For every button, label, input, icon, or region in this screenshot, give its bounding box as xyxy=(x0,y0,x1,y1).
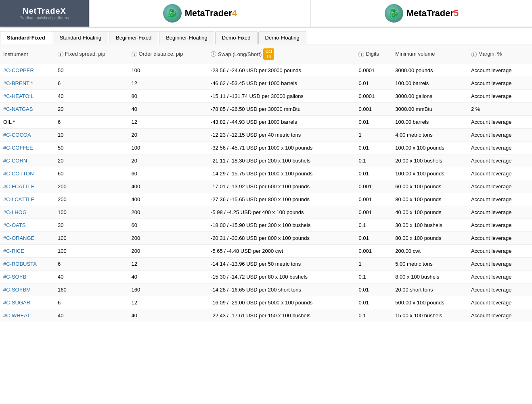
cell-spread: 200 xyxy=(54,193,128,206)
cell-minvol: 20.00 short tons xyxy=(392,283,468,296)
cell-order: 60 xyxy=(128,167,207,180)
table-row: #C-ROBUSTA612-14.14 / -13.96 USD per 50 … xyxy=(0,258,532,271)
table-row: #C-BRENT *612-46.62 / -53.45 USD per 100… xyxy=(0,77,532,90)
cell-minvol: 100.00 barrels xyxy=(392,116,468,129)
instrument-link[interactable]: #C-SOYB xyxy=(3,274,26,280)
cell-spread: 200 xyxy=(54,180,128,193)
instrument-link[interactable]: #C-COFFEE xyxy=(3,145,33,151)
instruments-table: InstrumentℹFixed spread, pipℹOrder dista… xyxy=(0,44,532,322)
table-row: #C-LCATTLE200400-27.36 / -15.65 USD per … xyxy=(0,193,532,206)
instrument-link[interactable]: #C-LCATTLE xyxy=(3,196,34,202)
instrument-link[interactable]: #C-WHEAT xyxy=(3,312,30,319)
cell-digits: 1 xyxy=(355,258,392,271)
cell-digits: 0.1 xyxy=(355,309,392,322)
logo-section: NetTradeX Trading analytical platforms xyxy=(0,0,89,27)
table-row: #C-COPPER50100-23.56 / -24.60 USD per 30… xyxy=(0,64,532,77)
cell-margin: Account leverage xyxy=(468,129,532,142)
col-header-instrument: Instrument xyxy=(0,44,54,64)
instrument-link[interactable]: #C-HEATOIL xyxy=(3,93,34,99)
cell-minvol: 80.00 x 100 pounds xyxy=(392,193,468,206)
cell-instrument: #C-SUGAR xyxy=(0,296,54,309)
cell-swap: -18.00 / -15.90 USD per 300 x 100 bushel… xyxy=(207,219,355,232)
cell-minvol: 3000.00 mmBtu xyxy=(392,103,468,116)
cell-instrument: #C-SOYB xyxy=(0,271,54,283)
cell-spread: 6 xyxy=(54,258,128,271)
instrument-link[interactable]: #C-NATGAS xyxy=(3,106,33,112)
cell-instrument: #C-CORN xyxy=(0,154,54,167)
instrument-link[interactable]: #C-BRENT * xyxy=(3,80,33,86)
cell-order: 20 xyxy=(128,129,207,142)
instrument-link[interactable]: #C-SUGAR xyxy=(3,300,30,306)
instrument-link[interactable]: #C-FCATTLE xyxy=(3,183,35,190)
cell-swap: -14.28 / -16.65 USD per 200 short tons xyxy=(207,283,355,296)
info-icon-swap[interactable]: ℹ xyxy=(211,51,216,57)
instrument-link[interactable]: #C-LHOG xyxy=(3,209,27,215)
col-header-spread: ℹFixed spread, pip xyxy=(54,44,128,64)
instrument-link[interactable]: #C-COTTON xyxy=(3,171,34,177)
cell-minvol: 4.00 metric tons xyxy=(392,129,468,142)
cell-swap: -15.11 / -131.74 USD per 30000 gallons xyxy=(207,90,355,103)
cell-digits: 0.1 xyxy=(355,271,392,283)
tab-demo-floating[interactable]: Demo-Floating xyxy=(258,31,306,44)
mt5-title: MetaTrader5 xyxy=(406,8,459,19)
cell-order: 400 xyxy=(128,180,207,193)
info-icon-digits[interactable]: ℹ xyxy=(358,52,364,57)
table-row: #C-SUGAR612-16.09 / -29.00 USD per 5000 … xyxy=(0,296,532,309)
tab-standard-fixed[interactable]: Standard-Fixed xyxy=(0,31,52,44)
instrument-link[interactable]: #C-COCOA xyxy=(3,132,31,138)
info-icon-spread[interactable]: ℹ xyxy=(58,52,63,57)
metatrader4-section[interactable]: 🐉 MetaTrader4 xyxy=(89,0,310,27)
table-row: #C-COCOA1020-12.23 / -12.15 USD per 40 m… xyxy=(0,129,532,142)
tab-standard-floating[interactable]: Standard-Floating xyxy=(53,31,108,44)
tabs-bar: Standard-FixedStandard-FloatingBeginner-… xyxy=(0,28,532,44)
cell-digits: 0.001 xyxy=(355,193,392,206)
table-row: #C-COFFEE50100-32.56 / -45.71 USD per 10… xyxy=(0,142,532,154)
cell-order: 100 xyxy=(128,64,207,77)
instrument-link[interactable]: #C-OATS xyxy=(3,222,25,228)
tab-beginner-floating[interactable]: Beginner-Floating xyxy=(159,31,214,44)
cell-order: 40 xyxy=(128,271,207,283)
instrument-link[interactable]: #C-SOYBM xyxy=(3,287,31,293)
cell-margin: Account leverage xyxy=(468,232,532,245)
table-row: #C-CORN2020-21.11 / -18.30 USD per 200 x… xyxy=(0,154,532,167)
tab-beginner-fixed[interactable]: Beginner-Fixed xyxy=(109,31,158,44)
cell-spread: 100 xyxy=(54,206,128,219)
cell-margin: Account leverage xyxy=(468,271,532,283)
cell-margin: Account leverage xyxy=(468,64,532,77)
cell-swap: -16.09 / -29.00 USD per 5000 x 100 pound… xyxy=(207,296,355,309)
cell-instrument: #C-FCATTLE xyxy=(0,180,54,193)
instrument-link[interactable]: #C-RICE xyxy=(3,248,24,254)
col-header-order: ℹOrder distance, pip xyxy=(128,44,207,64)
cell-instrument: #C-COTTON xyxy=(0,167,54,180)
cell-margin: Account leverage xyxy=(468,90,532,103)
cell-minvol: 40.00 x 100 pounds xyxy=(392,206,468,219)
cell-instrument: #C-OATS xyxy=(0,219,54,232)
cell-instrument: #C-ROBUSTA xyxy=(0,258,54,271)
cell-minvol: 200.00 cwt xyxy=(392,245,468,258)
cell-digits: 0.01 xyxy=(355,116,392,129)
cell-spread: 60 xyxy=(54,167,128,180)
cell-order: 12 xyxy=(128,116,207,129)
cell-order: 12 xyxy=(128,77,207,90)
instrument-link[interactable]: #C-ORANGE xyxy=(3,235,34,241)
tab-demo-fixed[interactable]: Demo-Fixed xyxy=(215,31,258,44)
info-icon-order[interactable]: ℹ xyxy=(132,52,137,57)
cell-swap: -32.56 / -45.71 USD per 1000 x 100 pound… xyxy=(207,142,355,154)
cell-margin: Account leverage xyxy=(468,206,532,219)
cell-swap: -20.31 / -30.68 USD per 800 x 100 pounds xyxy=(207,232,355,245)
mt4-icon: 🐉 xyxy=(163,4,182,23)
cell-minvol: 3000.00 gallons xyxy=(392,90,468,103)
cell-digits: 0.001 xyxy=(355,245,392,258)
instrument-link[interactable]: #C-COPPER xyxy=(3,67,34,73)
instrument-link[interactable]: #C-CORN xyxy=(3,158,27,164)
info-icon-margin[interactable]: ℹ xyxy=(471,52,477,57)
cell-minvol: 5.00 metric tons xyxy=(392,258,468,271)
cell-margin: Account leverage xyxy=(468,180,532,193)
cell-spread: 6 xyxy=(54,296,128,309)
instrument-link[interactable]: #C-ROBUSTA xyxy=(3,261,37,267)
cell-margin: Account leverage xyxy=(468,142,532,154)
cell-swap: -43.82 / -44.93 USD per 1000 barrels xyxy=(207,116,355,129)
cell-swap: -23.56 / -24.60 USD per 30000 pounds xyxy=(207,64,355,77)
cell-order: 12 xyxy=(128,258,207,271)
metatrader5-section[interactable]: 🐉 MetaTrader5 xyxy=(310,0,532,27)
